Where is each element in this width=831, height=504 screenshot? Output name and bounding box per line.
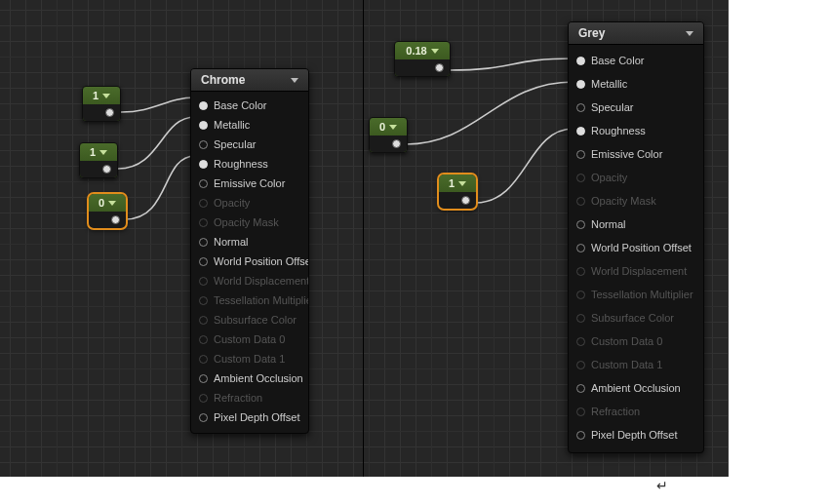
input-pin-label: Normal: [591, 218, 625, 230]
chevron-down-icon: [99, 150, 107, 155]
constant-node[interactable]: 0.18: [394, 41, 451, 77]
input-pin-label: Pixel Depth Offset: [591, 429, 677, 441]
output-pin[interactable]: [102, 165, 111, 174]
material-input-row: Normal: [576, 213, 693, 236]
constant-node-selected[interactable]: 1: [438, 174, 477, 210]
constant-value: 1: [93, 90, 99, 101]
constant-node[interactable]: 1: [82, 86, 121, 122]
input-pin-label: World Displacement: [591, 265, 687, 277]
input-pin[interactable]: [199, 257, 208, 266]
output-pin[interactable]: [461, 196, 470, 205]
input-pin[interactable]: [199, 121, 208, 130]
input-pin: [576, 291, 585, 299]
constant-value: 1: [449, 177, 455, 189]
material-input-row: Subsurface Color: [576, 306, 693, 330]
input-pin: [199, 296, 208, 305]
input-pin-label: Metallic: [214, 119, 250, 131]
input-pin-label: Subsurface Color: [214, 314, 297, 326]
material-input-row: World Displacement: [199, 271, 298, 291]
material-input-row: World Displacement: [576, 259, 693, 283]
input-pin: [576, 174, 585, 182]
constant-node[interactable]: 0: [369, 117, 408, 153]
material-input-row: Tessellation Multiplier: [576, 283, 693, 306]
input-pin-label: Opacity: [591, 172, 627, 183]
input-pin[interactable]: [576, 80, 585, 89]
chevron-down-icon: [291, 78, 298, 83]
page-margin: [0, 477, 831, 504]
material-input-row: Tessellation Multiplier: [199, 291, 298, 310]
input-pin-label: Refraction: [591, 406, 640, 417]
input-pin[interactable]: [576, 127, 585, 136]
input-pin-label: Opacity Mask: [591, 195, 656, 207]
input-pin: [576, 267, 585, 276]
material-input-row: Metallic: [199, 115, 298, 135]
material-result-node-chrome[interactable]: Chrome Base ColorMetallicSpecularRoughne…: [190, 68, 309, 434]
input-pin-label: Specular: [214, 138, 256, 150]
input-pin[interactable]: [199, 160, 208, 169]
input-pin-label: World Position Offset: [214, 255, 309, 267]
output-pin[interactable]: [105, 108, 114, 117]
input-pin[interactable]: [199, 374, 208, 383]
input-pin[interactable]: [199, 238, 208, 247]
output-pin[interactable]: [392, 139, 401, 148]
input-pin: [576, 197, 585, 206]
material-input-row: Custom Data 1: [576, 353, 693, 376]
constant-node[interactable]: 1: [79, 142, 118, 178]
input-pin-label: Ambient Occlusion: [214, 372, 303, 384]
input-pin-label: Tessellation Multiplier: [214, 294, 309, 306]
chevron-down-icon: [389, 125, 397, 130]
input-pin[interactable]: [576, 431, 585, 440]
constant-value: 0.18: [406, 45, 426, 57]
input-pin-label: Tessellation Multiplier: [591, 289, 693, 300]
material-input-row: Custom Data 1: [199, 349, 298, 368]
output-pin[interactable]: [435, 63, 444, 72]
material-input-row: Base Color: [199, 96, 298, 115]
material-input-row: Emissive Color: [199, 174, 298, 193]
input-pin[interactable]: [576, 384, 585, 393]
input-pin-label: Ambient Occlusion: [591, 382, 681, 394]
input-pin: [199, 277, 208, 286]
input-pin-label: Custom Data 1: [591, 359, 662, 370]
input-pin[interactable]: [199, 413, 208, 422]
input-pin-label: Normal: [214, 236, 248, 248]
constant-value: 0: [379, 121, 385, 133]
text-cursor-icon: ↵: [656, 478, 668, 494]
input-pin-label: Custom Data 1: [214, 353, 285, 365]
input-pin-label: Pixel Depth Offset: [214, 411, 299, 423]
input-pin[interactable]: [199, 101, 208, 110]
input-pin[interactable]: [576, 244, 585, 252]
input-pin[interactable]: [576, 103, 585, 112]
material-input-row: Opacity Mask: [199, 213, 298, 232]
input-pin[interactable]: [576, 150, 585, 159]
input-pin-label: Roughness: [214, 158, 268, 170]
input-pin[interactable]: [576, 57, 585, 65]
material-input-row: Metallic: [576, 72, 693, 96]
input-pin-label: World Position Offset: [591, 242, 692, 253]
material-result-node-grey[interactable]: Grey Base ColorMetallicSpecularRoughness…: [568, 21, 704, 453]
input-pin: [199, 355, 208, 364]
material-input-row: World Position Offset: [576, 236, 693, 259]
node-graph-canvas[interactable]: 1 1 0 Chrome Base ColorMetallicSpecularR…: [0, 0, 831, 504]
chevron-down-icon: [431, 49, 439, 54]
input-pin: [576, 361, 585, 369]
input-pin[interactable]: [576, 220, 585, 229]
material-input-row: Subsurface Color: [199, 310, 298, 330]
input-pin: [576, 337, 585, 346]
chevron-down-icon: [102, 94, 110, 98]
input-pin[interactable]: [199, 140, 208, 149]
input-pin-label: Emissive Color: [214, 177, 285, 189]
material-input-row: World Position Offset: [199, 252, 298, 271]
constant-value: 0: [99, 197, 104, 209]
input-pin[interactable]: [199, 179, 208, 188]
output-pin[interactable]: [111, 215, 120, 224]
input-pin-label: World Displacement: [214, 275, 309, 287]
material-input-row: Custom Data 0: [199, 330, 298, 349]
chevron-down-icon: [108, 201, 116, 206]
input-pin-label: Refraction: [214, 392, 262, 404]
input-pin-label: Opacity: [214, 197, 250, 209]
material-input-row: Specular: [576, 96, 693, 119]
input-pin-label: Custom Data 0: [591, 335, 662, 347]
constant-value: 1: [90, 146, 96, 158]
material-input-row: Pixel Depth Offset: [576, 423, 693, 446]
constant-node-selected[interactable]: 0: [88, 193, 127, 229]
